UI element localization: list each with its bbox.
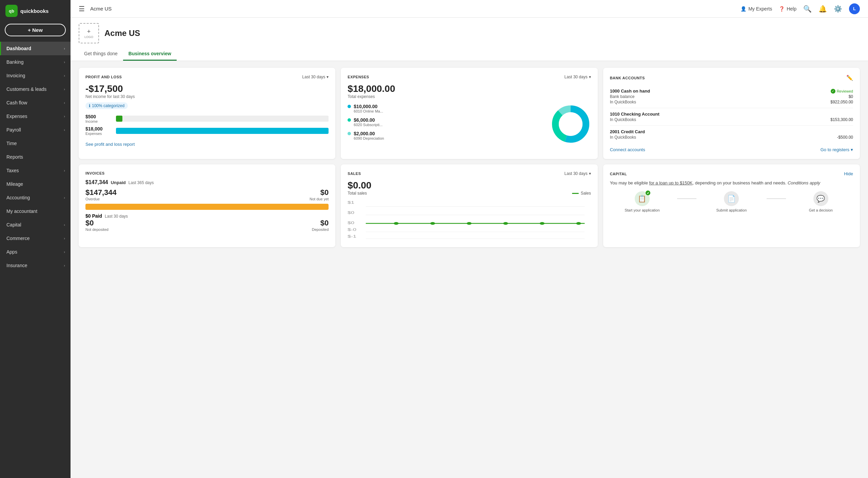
- sidebar-item-label: Invoicing: [6, 73, 25, 78]
- sidebar-item-label: Dashboard: [6, 46, 31, 51]
- expense-item-amount: $6,000.00: [354, 117, 382, 123]
- hamburger-menu[interactable]: ☰: [79, 5, 85, 13]
- invoices-paid-period: Last 30 days: [105, 214, 128, 219]
- expenses-title: EXPENSES: [348, 75, 369, 79]
- company-logo-upload[interactable]: + LOGO: [79, 23, 99, 43]
- sidebar-item-dashboard[interactable]: Dashboard›: [0, 42, 71, 55]
- capital-hide-button[interactable]: Hide: [844, 171, 853, 176]
- sidebar-chevron-icon: ›: [64, 263, 65, 267]
- sidebar-item-my-accountant[interactable]: My accountant: [0, 204, 71, 218]
- logo-text: LOGO: [84, 35, 93, 39]
- pnl-expenses-bar: [116, 128, 329, 134]
- company-name-heading: Acme US: [104, 28, 140, 38]
- tab-get-things-done[interactable]: Get things done: [79, 47, 123, 61]
- bank-edit-icon[interactable]: ✏️: [846, 75, 853, 81]
- sidebar-item-banking[interactable]: Banking›: [0, 55, 71, 69]
- sidebar-item-invoicing[interactable]: Invoicing›: [0, 69, 71, 82]
- pnl-expenses-label: Expenses: [85, 132, 113, 136]
- new-button[interactable]: + New: [5, 24, 66, 36]
- go-to-registers-link[interactable]: Go to registers ▾: [821, 147, 853, 152]
- sidebar-chevron-icon: ›: [64, 168, 65, 173]
- settings-gear-icon[interactable]: ⚙️: [834, 5, 842, 13]
- sidebar-item-label: Accounting: [6, 195, 30, 200]
- bank-account-item: 1010 Checking Account In QuickBooks $153…: [610, 108, 853, 126]
- expenses-period[interactable]: Last 30 days ▾: [565, 75, 591, 79]
- sidebar-chevron-icon: ›: [64, 196, 65, 200]
- bank-account-top: 1000 Cash on hand ✓ Reviewed: [610, 88, 853, 94]
- experts-icon: 👤: [741, 6, 746, 12]
- company-tabs: Get things doneBusiness overview: [79, 47, 860, 61]
- sidebar-item-commerce[interactable]: Commerce›: [0, 232, 71, 245]
- quickbooks-logo[interactable]: qb quickbooks: [5, 5, 48, 17]
- invoices-title: INVOICES: [85, 171, 105, 175]
- capital-step-decision[interactable]: 💬 Get a decision: [789, 191, 853, 212]
- bank-accounts-list: 1000 Cash on hand ✓ Reviewed Bank balanc…: [610, 85, 853, 143]
- capital-description: You may be eligible for a loan up to $15…: [610, 180, 853, 186]
- bank-row-value: -$500.00: [837, 135, 853, 140]
- sales-total-amount: $0.00: [348, 180, 591, 191]
- profit-loss-card: PROFIT AND LOSS Last 30 days ▾ -$17,500 …: [79, 68, 335, 159]
- sidebar-chevron-icon: ›: [64, 87, 65, 91]
- profit-loss-title: PROFIT AND LOSS: [85, 75, 122, 79]
- sidebar-chevron-icon: ›: [64, 60, 65, 64]
- expenses-card: EXPENSES Last 30 days ▾ $18,000.00 Total…: [341, 68, 597, 159]
- sales-period[interactable]: Last 30 days ▾: [565, 171, 591, 176]
- reviewed-checkmark-icon: ✓: [831, 89, 835, 94]
- sidebar-item-cash-flow[interactable]: Cash flow›: [0, 96, 71, 109]
- svg-point-18: [576, 222, 581, 225]
- bank-account-name[interactable]: 1010 Checking Account: [610, 112, 659, 117]
- bank-account-name[interactable]: 2001 Credit Card: [610, 129, 645, 134]
- sidebar-item-capital[interactable]: Capital›: [0, 218, 71, 232]
- sidebar-item-customers-leads[interactable]: Customers & leads›: [0, 82, 71, 96]
- help-button[interactable]: ❓ Help: [779, 6, 796, 12]
- sidebar-item-expenses[interactable]: Expenses›: [0, 109, 71, 123]
- sidebar-item-reports[interactable]: Reports: [0, 150, 71, 164]
- sidebar-chevron-icon: ›: [64, 223, 65, 227]
- user-avatar[interactable]: L: [849, 3, 860, 14]
- notification-bell-icon[interactable]: 🔔: [818, 5, 827, 13]
- invoices-deposited-label: Deposited: [312, 227, 329, 232]
- sidebar-item-accounting[interactable]: Accounting›: [0, 191, 71, 204]
- sidebar-nav: Dashboard›Banking›Invoicing›Customers & …: [0, 42, 71, 272]
- company-header: + LOGO Acme US Get things doneBusiness o…: [71, 18, 868, 61]
- sidebar-item-payroll[interactable]: Payroll›: [0, 123, 71, 137]
- svg-text:$1: $1: [348, 201, 354, 204]
- bank-accounts-card: BANK ACCOUNTS ✏️ 1000 Cash on hand ✓ Rev…: [603, 68, 860, 159]
- svg-point-15: [467, 222, 472, 225]
- profit-loss-report-link[interactable]: See profit and loss report: [85, 142, 135, 147]
- capital-step-start[interactable]: 📋 Start your application: [610, 191, 674, 212]
- tab-business-overview[interactable]: Business overview: [123, 47, 177, 61]
- capital-card: CAPITAL Hide You may be eligible for a l…: [603, 164, 860, 247]
- bank-row-label: Bank balance: [610, 94, 635, 99]
- sidebar-item-time[interactable]: Time: [0, 137, 71, 150]
- capital-step-submit[interactable]: 📄 Submit application: [699, 191, 764, 212]
- sidebar-item-taxes[interactable]: Taxes›: [0, 164, 71, 177]
- sidebar: qb quickbooks + New Dashboard›Banking›In…: [0, 0, 71, 478]
- sales-chart: $1 $0 $0 $-0 $-1: [348, 200, 591, 240]
- invoices-unpaid-label: Unpaid: [111, 180, 126, 185]
- period-chevron-icon: ▾: [327, 75, 329, 79]
- connect-accounts-link[interactable]: Connect accounts: [610, 147, 645, 152]
- svg-text:$0: $0: [348, 221, 354, 225]
- pnl-income-label: Income: [85, 119, 113, 123]
- sidebar-item-apps[interactable]: Apps›: [0, 245, 71, 259]
- my-experts-button[interactable]: 👤 My Experts: [741, 6, 772, 12]
- pnl-income-bar-fill: [116, 116, 122, 122]
- bank-account-name[interactable]: 1000 Cash on hand: [610, 88, 650, 94]
- sidebar-item-mileage[interactable]: Mileage: [0, 177, 71, 191]
- profit-loss-period[interactable]: Last 30 days ▾: [302, 75, 329, 79]
- qb-icon: qb: [5, 5, 18, 17]
- sidebar-item-label: Reports: [6, 154, 23, 160]
- bank-reviewed-badge: ✓ Reviewed: [831, 89, 853, 94]
- sidebar-item-insurance[interactable]: Insurance›: [0, 259, 71, 272]
- bank-account-item: 1000 Cash on hand ✓ Reviewed Bank balanc…: [610, 85, 853, 108]
- bank-account-item: 2001 Credit Card In QuickBooks -$500.00: [610, 126, 853, 143]
- search-icon[interactable]: 🔍: [803, 5, 812, 13]
- main-area: ☰ Acme US 👤 My Experts ❓ Help 🔍 🔔 ⚙️ L +…: [71, 0, 868, 478]
- logo-plus-icon: +: [87, 28, 91, 35]
- registers-chevron-icon: ▾: [851, 147, 853, 152]
- bank-accounts-title: BANK ACCOUNTS: [610, 76, 645, 80]
- expense-list-item: $2,000.00 6090 Depreciation: [348, 131, 545, 140]
- bank-row-value: $0: [849, 94, 853, 99]
- expense-item-amount: $10,000.00: [354, 104, 383, 109]
